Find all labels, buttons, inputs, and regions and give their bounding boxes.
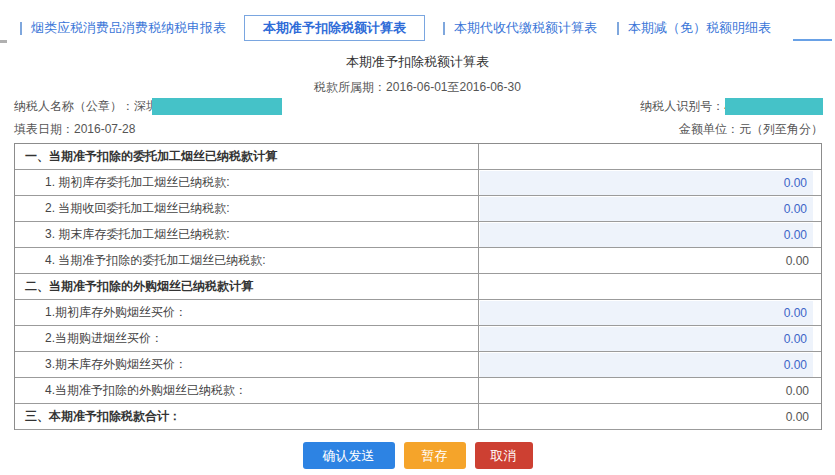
table-total-row: 三、本期准予扣除税款合计： 0.00 xyxy=(15,404,821,430)
row-label: 3.期末库存外购烟丝买价： xyxy=(15,352,479,377)
page-edge-mark xyxy=(0,40,7,43)
section-label: 二、当期准予扣除的外购烟丝已纳税款计算 xyxy=(15,274,479,299)
tab-reduction-detail[interactable]: 本期减（免）税额明细表 xyxy=(607,19,781,37)
info-row-2: 填表日期：2016-07-28 金额单位：元（列至角分） xyxy=(14,121,823,138)
amount-input[interactable] xyxy=(480,223,813,247)
fill-date-text: 填表日期：2016-07-28 xyxy=(14,121,135,138)
taxpayer-id-mask xyxy=(725,98,823,115)
tab-tobacco-declaration[interactable]: 烟类应税消费品消费税纳税申报表 xyxy=(10,19,236,37)
save-draft-button[interactable]: 暂存 xyxy=(404,442,466,469)
action-button-bar: 确认发送 暂存 取消 xyxy=(0,442,835,469)
computed-amount: 0.00 xyxy=(786,384,821,398)
row-label: 2. 当期收回委托加工烟丝已纳税款: xyxy=(15,196,479,221)
table-row: 2.当期购进烟丝买价： xyxy=(15,326,821,352)
amount-unit-text: 金额单位：元（列至角分） xyxy=(679,121,823,138)
cancel-button[interactable]: 取消 xyxy=(475,442,533,469)
amount-input[interactable] xyxy=(480,353,813,377)
info-row-1: 纳税人名称（公章）：深圳 纳税人识别号：4 xyxy=(14,98,823,115)
table-row: 3. 期末库存委托加工烟丝已纳税款: xyxy=(15,222,821,248)
deduction-table: 一、当期准予扣除的委托加工烟丝已纳税款计算 1. 期初库存委托加工烟丝已纳税款:… xyxy=(14,143,822,430)
table-row: 4. 当期准予扣除的委托加工烟丝已纳税款: 0.00 xyxy=(15,248,821,274)
section-label: 一、当期准予扣除的委托加工烟丝已纳税款计算 xyxy=(15,144,479,169)
section-value-cell xyxy=(479,144,821,169)
taxpayer-name-label: 纳税人名称（公章）： xyxy=(14,98,134,115)
amount-input[interactable] xyxy=(480,171,813,195)
tab-label: 本期代收代缴税额计算表 xyxy=(454,19,597,37)
page-title: 本期准予扣除税额计算表 xyxy=(0,53,835,71)
taxpayer-name-mask xyxy=(152,98,282,115)
table-section-row: 一、当期准予扣除的委托加工烟丝已纳税款计算 xyxy=(15,144,821,170)
table-row: 4.当期准予扣除的外购烟丝已纳税款： 0.00 xyxy=(15,378,821,404)
tax-period-text: 税款所属期：2016-06-01至2016-06-30 xyxy=(0,79,835,96)
amount-input[interactable] xyxy=(480,301,813,325)
row-label: 2.当期购进烟丝买价： xyxy=(15,326,479,351)
amount-input[interactable] xyxy=(480,327,813,351)
tab-withholding-calc[interactable]: 本期代收代缴税额计算表 xyxy=(433,19,607,37)
amount-input[interactable] xyxy=(480,197,813,221)
row-label: 1. 期初库存委托加工烟丝已纳税款: xyxy=(15,170,479,195)
row-label: 4.当期准予扣除的外购烟丝已纳税款： xyxy=(15,378,479,403)
tab-bar: 烟类应税消费品消费税纳税申报表 本期准予扣除税额计算表 本期代收代缴税额计算表 … xyxy=(10,15,835,41)
taxpayer-id-label: 纳税人识别号： xyxy=(640,98,724,115)
table-section-row: 二、当期准予扣除的外购烟丝已纳税款计算 xyxy=(15,274,821,300)
table-row: 1. 期初库存委托加工烟丝已纳税款: xyxy=(15,170,821,196)
tab-label: 本期减（免）税额明细表 xyxy=(628,19,771,37)
table-row: 2. 当期收回委托加工烟丝已纳税款: xyxy=(15,196,821,222)
tab-deduction-calc[interactable]: 本期准予扣除税额计算表 xyxy=(244,15,425,41)
total-label: 三、本期准予扣除税款合计： xyxy=(15,404,479,429)
tab-label: 本期准予扣除税额计算表 xyxy=(263,19,406,37)
row-label: 4. 当期准予扣除的委托加工烟丝已纳税款: xyxy=(15,248,479,273)
tab-label: 烟类应税消费品消费税纳税申报表 xyxy=(31,19,226,37)
table-row: 3.期末库存外购烟丝买价： xyxy=(15,352,821,378)
total-amount: 0.00 xyxy=(786,410,821,424)
table-row: 1.期初库存外购烟丝买价： xyxy=(15,300,821,326)
row-label: 3. 期末库存委托加工烟丝已纳税款: xyxy=(15,222,479,247)
row-label: 1.期初库存外购烟丝买价： xyxy=(15,300,479,325)
tab-underline xyxy=(793,15,832,41)
computed-amount: 0.00 xyxy=(786,254,821,268)
section-value-cell xyxy=(479,274,821,299)
confirm-send-button[interactable]: 确认发送 xyxy=(303,442,395,469)
